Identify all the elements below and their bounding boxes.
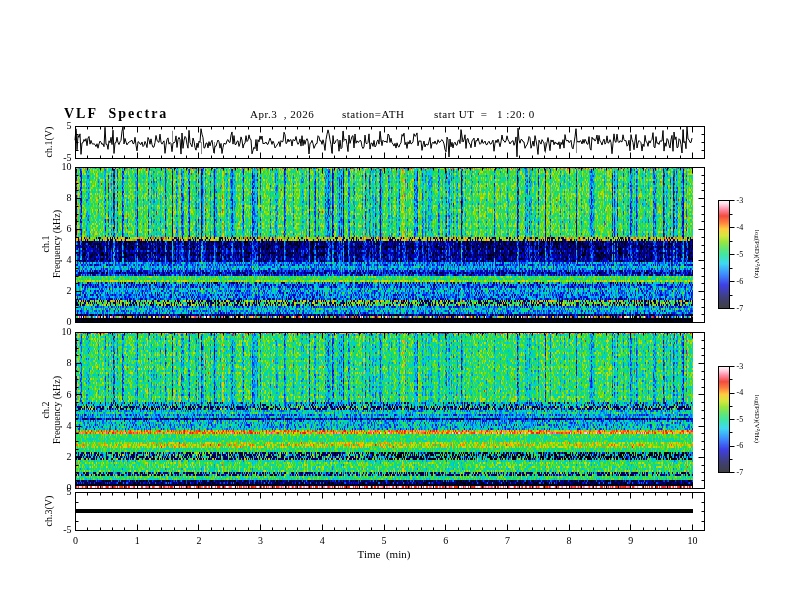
ch2-frequency-axis-label: ch.2 Frequency (kHz) [40, 376, 62, 444]
station-label: station=ATH [342, 108, 404, 120]
ch1-frequency-axis-label-line1: ch.1 [40, 210, 51, 278]
colorbar1-label: log(PSD)(V²/Hz) [753, 230, 761, 278]
ch3-voltage-axis-label: ch.3(V) [43, 496, 54, 527]
ch1-frequency-axis-label: ch.1 Frequency (kHz) [40, 210, 62, 278]
start-ut-label: start UT = 1 :20: 0 [434, 108, 535, 120]
colorbar2-label: log(PSD)(V²/Hz) [753, 395, 761, 443]
ch1-voltage-axis-label: ch.1(V) [43, 127, 54, 158]
ch2-frequency-axis-label-line1: ch.2 [40, 376, 51, 444]
vlf-spectra-figure: VLF Spectra Apr.3 , 2026 station=ATH sta… [0, 0, 792, 612]
ch2-frequency-axis-label-line2: Frequency (kHz) [51, 376, 62, 444]
figure-title: VLF Spectra [64, 106, 168, 122]
date-label: Apr.3 , 2026 [250, 108, 314, 120]
time-axis-label: Time (min) [358, 548, 411, 560]
spectra-plot-canvas [0, 0, 792, 612]
ch1-frequency-axis-label-line2: Frequency (kHz) [51, 210, 62, 278]
